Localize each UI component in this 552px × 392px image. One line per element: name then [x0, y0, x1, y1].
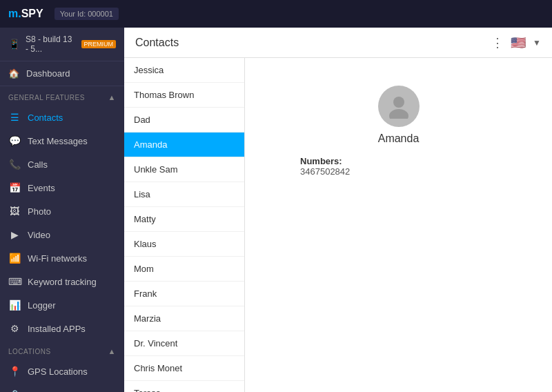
device-icon: 📱 [8, 39, 20, 50]
svg-point-1 [389, 109, 408, 119]
avatar [378, 86, 420, 127]
contact-item[interactable]: Teresa [124, 381, 244, 392]
video-icon: ▶ [8, 229, 21, 240]
apps-icon: ⚙ [8, 323, 21, 334]
photo-label: Photo [28, 206, 51, 217]
content-header: Contacts ⋮ 🇺🇸 ▼ [124, 28, 552, 58]
geo-label: Geo Fencing [28, 390, 79, 393]
sidebar-item-text-messages[interactable]: 💬 Text Messages [0, 129, 124, 153]
logger-label: Logger [28, 300, 55, 311]
general-features-chevron: ▲ [108, 93, 116, 101]
topbar: m.SPY Your Id: 000001 [0, 0, 552, 28]
contact-number: 3467502842 [300, 166, 350, 177]
contacts-icon: ☰ [8, 112, 21, 123]
sidebar-item-events[interactable]: 📅 Events [0, 176, 124, 199]
contact-detail-name: Amanda [378, 133, 420, 145]
locations-header: LOCATIONS ▲ [0, 340, 124, 360]
sidebar-item-logger[interactable]: 📊 Logger [0, 293, 124, 317]
sidebar-items-general: ☰ Contacts 💬 Text Messages 📞 Calls 📅 Eve… [0, 106, 124, 340]
logo: m.SPY [8, 8, 43, 20]
device-name: S8 - build 13 - 5... [26, 35, 73, 54]
contacts-layout: Jessica Thomas Brown Dad Amanda Unkle Sa… [124, 58, 552, 392]
page-title: Contacts [135, 37, 179, 49]
contact-item[interactable]: Thomas Brown [124, 83, 244, 108]
text-messages-icon: 💬 [8, 135, 21, 146]
sidebar-item-photo[interactable]: 🖼 Photo [0, 199, 124, 223]
sidebar-item-video[interactable]: ▶ Video [0, 223, 124, 246]
video-label: Video [28, 230, 50, 240]
logger-icon: 📊 [8, 300, 21, 311]
calls-label: Calls [28, 159, 48, 170]
sidebar-item-geo-fencing[interactable]: 🔒 Geo Fencing [0, 383, 124, 392]
gps-icon: 📍 [8, 366, 21, 377]
contact-item[interactable]: Lisa [124, 182, 244, 207]
calls-icon: 📞 [8, 159, 21, 170]
numbers-label: Numbers: [300, 156, 342, 166]
home-icon: 🏠 [8, 68, 19, 79]
contacts-list: Jessica Thomas Brown Dad Amanda Unkle Sa… [124, 58, 245, 392]
events-label: Events [28, 183, 55, 193]
text-messages-label: Text Messages [28, 136, 88, 146]
premium-badge: PREMIUM [81, 40, 117, 48]
contact-item[interactable]: Marzia [124, 306, 244, 331]
logo-m: m. [8, 8, 21, 19]
contact-item[interactable]: Mom [124, 257, 244, 282]
dashboard-label: Dashboard [26, 68, 70, 79]
flag-icon: 🇺🇸 [511, 35, 526, 50]
contact-item[interactable]: Frank [124, 282, 244, 306]
gps-label: GPS Locations [28, 366, 88, 377]
contact-item[interactable]: Klaus [124, 232, 244, 257]
user-id: Your Id: 000001 [55, 8, 119, 20]
content-area: Contacts ⋮ 🇺🇸 ▼ Jessica Thomas Brown Dad… [124, 28, 552, 392]
contact-item[interactable]: Matty [124, 207, 244, 232]
events-icon: 📅 [8, 182, 21, 193]
wifi-label: Wi-Fi networks [28, 253, 87, 264]
sidebar-item-keyword-tracking[interactable]: ⌨ Keyword tracking [0, 270, 124, 293]
header-actions: ⋮ 🇺🇸 ▼ [491, 35, 541, 50]
sidebar-item-installed-apps[interactable]: ⚙ Installed APPs [0, 317, 124, 340]
main-layout: 📱 S8 - build 13 - 5... PREMIUM 🏠 Dashboa… [0, 28, 552, 392]
svg-point-0 [393, 97, 404, 108]
general-features-label: GENERAL FEATURES [8, 94, 85, 101]
sidebar: 📱 S8 - build 13 - 5... PREMIUM 🏠 Dashboa… [0, 28, 124, 392]
sidebar-item-gps[interactable]: 📍 GPS Locations [0, 360, 124, 383]
wifi-icon: 📶 [8, 253, 21, 264]
contact-item[interactable]: Dr. Vincent [124, 331, 244, 356]
keyword-label: Keyword tracking [28, 277, 97, 287]
contact-item[interactable]: Jessica [124, 58, 244, 83]
geo-icon: 🔒 [8, 389, 21, 392]
contact-detail: Amanda Numbers: 3467502842 [245, 58, 552, 392]
locations-label: LOCATIONS [8, 348, 51, 355]
sidebar-item-contacts[interactable]: ☰ Contacts [0, 106, 124, 129]
sidebar-item-wifi[interactable]: 📶 Wi-Fi networks [0, 246, 124, 270]
dashboard-item[interactable]: 🏠 Dashboard [0, 61, 124, 86]
sidebar-item-calls[interactable]: 📞 Calls [0, 153, 124, 176]
sidebar-items-locations: 📍 GPS Locations 🔒 Geo Fencing [0, 360, 124, 392]
dropdown-chevron-icon[interactable]: ▼ [533, 38, 541, 48]
contact-item[interactable]: Dad [124, 108, 244, 133]
contacts-label: Contacts [28, 112, 63, 123]
contact-item-selected[interactable]: Amanda [124, 133, 244, 157]
more-options-icon[interactable]: ⋮ [491, 35, 504, 50]
locations-chevron: ▲ [108, 347, 116, 355]
device-info: 📱 S8 - build 13 - 5... PREMIUM [0, 28, 124, 61]
keyword-icon: ⌨ [8, 276, 21, 287]
contact-item[interactable]: Unkle Sam [124, 157, 244, 182]
contact-item[interactable]: Chris Monet [124, 356, 244, 381]
person-icon [386, 94, 411, 119]
general-features-header: GENERAL FEATURES ▲ [0, 86, 124, 106]
photo-icon: 🖼 [8, 206, 21, 217]
logo-spy: SPY [21, 8, 43, 19]
installed-apps-label: Installed APPs [28, 324, 86, 334]
